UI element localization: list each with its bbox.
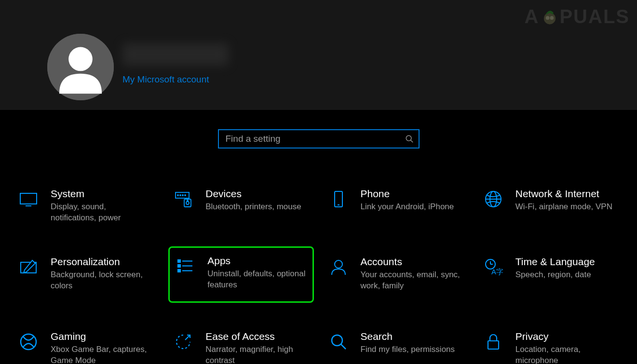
category-apps[interactable]: Apps Uninstall, defaults, optional featu… xyxy=(168,246,313,303)
personalization-icon xyxy=(19,257,38,277)
watermark-suffix: PUALS xyxy=(559,6,630,27)
user-silhouette-icon xyxy=(47,34,114,100)
svg-point-5 xyxy=(406,135,411,141)
category-ease-of-access[interactable]: Ease of Access Narrator, magnifier, high… xyxy=(168,326,313,364)
avatar xyxy=(47,34,114,100)
devices-icon xyxy=(174,189,193,209)
phone-icon xyxy=(329,189,348,209)
system-icon xyxy=(19,189,38,209)
svg-point-29 xyxy=(335,260,342,268)
category-personalization[interactable]: Personalization Background, lock screen,… xyxy=(14,251,159,303)
category-devices[interactable]: Devices Bluetooth, printers, mouse xyxy=(168,183,313,228)
category-desc: Link your Android, iPhone xyxy=(361,202,454,213)
svg-point-10 xyxy=(177,195,178,196)
category-title: Privacy xyxy=(515,330,618,342)
watermark-prefix: A xyxy=(525,6,540,27)
category-title: Accounts xyxy=(361,256,463,268)
category-desc: Your accounts, email, sync, work, family xyxy=(361,270,463,292)
svg-point-16 xyxy=(187,200,188,201)
category-title: Ease of Access xyxy=(205,330,308,342)
category-title: Personalization xyxy=(51,256,153,268)
svg-point-1 xyxy=(68,47,93,71)
category-network[interactable]: Network & Internet Wi-Fi, airplane mode,… xyxy=(478,183,623,228)
time-language-icon: A字 xyxy=(484,257,503,277)
svg-point-2 xyxy=(544,13,556,24)
svg-rect-7 xyxy=(20,193,37,204)
category-title: Search xyxy=(361,330,455,342)
svg-point-34 xyxy=(21,334,36,350)
svg-line-6 xyxy=(410,140,413,143)
svg-rect-23 xyxy=(178,260,180,262)
user-info: My Microsoft account xyxy=(122,34,229,85)
category-desc: Narrator, magnifier, high contrast xyxy=(205,344,308,364)
category-gaming[interactable]: Gaming Xbox Game Bar, captures, Game Mod… xyxy=(14,326,159,364)
svg-point-15 xyxy=(186,202,189,204)
category-system[interactable]: System Display, sound, notifications, po… xyxy=(14,183,159,228)
svg-line-35 xyxy=(185,335,190,340)
search-icon xyxy=(405,135,414,143)
category-title: Gaming xyxy=(51,330,153,342)
globe-icon xyxy=(484,189,503,209)
svg-point-3 xyxy=(546,16,550,20)
category-time-language[interactable]: A字 Time & Language Speech, region, date xyxy=(478,251,623,303)
category-title: Apps xyxy=(207,255,306,267)
svg-rect-27 xyxy=(178,270,180,272)
svg-point-12 xyxy=(182,195,183,196)
search-input[interactable] xyxy=(226,134,405,144)
category-privacy[interactable]: Privacy Location, camera, microphone xyxy=(478,326,623,364)
lock-icon xyxy=(484,332,503,351)
appuals-mascot-icon xyxy=(539,6,560,27)
svg-point-13 xyxy=(185,195,186,196)
category-desc: Find my files, permissions xyxy=(361,344,455,355)
svg-point-11 xyxy=(180,195,181,196)
category-accounts[interactable]: Accounts Your accounts, email, sync, wor… xyxy=(324,251,469,303)
settings-header: My Microsoft account A PUALS xyxy=(0,0,637,110)
category-desc: Background, lock screen, colors xyxy=(51,270,153,292)
svg-rect-25 xyxy=(178,265,180,267)
gaming-icon xyxy=(19,332,38,351)
svg-point-36 xyxy=(332,335,342,346)
microsoft-account-link[interactable]: My Microsoft account xyxy=(122,74,229,85)
category-title: Time & Language xyxy=(515,256,595,268)
svg-line-37 xyxy=(341,344,346,349)
category-title: Phone xyxy=(361,188,454,200)
category-desc: Wi-Fi, airplane mode, VPN xyxy=(515,202,612,213)
accounts-icon xyxy=(329,257,348,277)
category-phone[interactable]: Phone Link your Android, iPhone xyxy=(324,183,469,228)
category-desc: Display, sound, notifications, power xyxy=(51,202,153,224)
search-box[interactable] xyxy=(218,129,420,148)
category-desc: Uninstall, defaults, optional features xyxy=(207,269,306,291)
username-redacted xyxy=(122,43,229,66)
apps-icon xyxy=(176,256,195,276)
category-desc: Speech, region, date xyxy=(515,270,595,281)
category-desc: Bluetooth, printers, mouse xyxy=(205,202,301,213)
category-search[interactable]: Search Find my files, permissions xyxy=(324,326,469,364)
category-title: System xyxy=(51,188,153,200)
settings-grid: System Display, sound, notifications, po… xyxy=(0,183,637,364)
category-desc: Location, camera, microphone xyxy=(515,344,618,364)
search-container xyxy=(0,129,637,148)
svg-point-4 xyxy=(550,16,554,20)
search-category-icon xyxy=(329,332,348,351)
watermark-logo: A PUALS xyxy=(525,6,630,27)
category-title: Network & Internet xyxy=(515,188,612,200)
ease-of-access-icon xyxy=(174,332,193,351)
svg-rect-38 xyxy=(488,341,499,349)
svg-text:A字: A字 xyxy=(491,268,503,276)
category-desc: Xbox Game Bar, captures, Game Mode xyxy=(51,344,153,364)
category-title: Devices xyxy=(205,188,301,200)
